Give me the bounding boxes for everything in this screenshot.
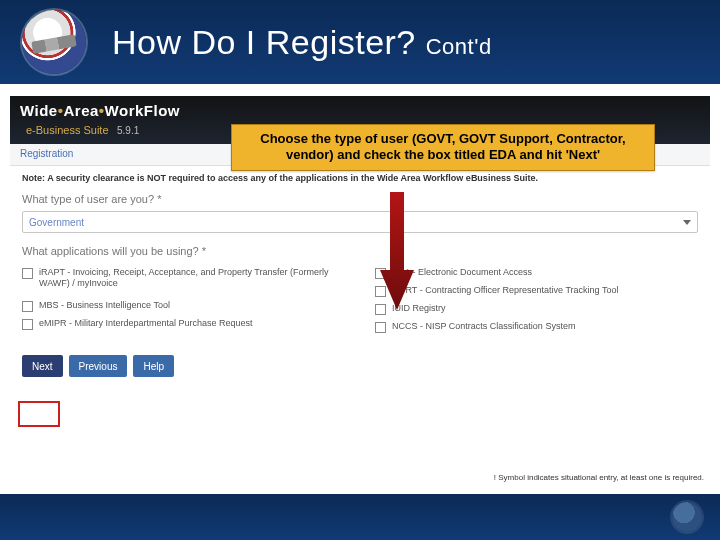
app-label: IUID Registry bbox=[392, 303, 446, 314]
user-type-label: What type of user are you? * bbox=[22, 193, 698, 205]
app-label: CORT - Contracting Officer Representativ… bbox=[392, 285, 618, 296]
checkbox-icon[interactable] bbox=[22, 268, 33, 279]
app-checkbox-emipr[interactable]: eMIPR - Military Interdepartmental Purch… bbox=[22, 318, 345, 330]
brand-suffix: WorkFlow bbox=[105, 102, 180, 119]
checkbox-icon[interactable] bbox=[375, 286, 386, 297]
app-label: eMIPR - Military Interdepartmental Purch… bbox=[39, 318, 253, 329]
app-subbrand: e-Business Suite bbox=[26, 124, 109, 136]
next-button[interactable]: Next bbox=[22, 355, 63, 377]
breadcrumb-text: Registration bbox=[20, 148, 73, 159]
checkbox-icon[interactable] bbox=[22, 301, 33, 312]
chevron-down-icon bbox=[683, 220, 691, 225]
app-version: 5.9.1 bbox=[117, 125, 139, 136]
app-checkbox-irapt[interactable]: iRAPT - Invoicing, Receipt, Acceptance, … bbox=[22, 267, 345, 290]
instruction-callout: Choose the type of user (GOVT, GOVT Supp… bbox=[231, 124, 655, 171]
app-label: iRAPT - Invoicing, Receipt, Acceptance, … bbox=[39, 267, 345, 290]
slide-header-band: How Do I Register? Cont'd bbox=[0, 0, 720, 84]
note-text: Note: A security clearance is NOT requir… bbox=[22, 173, 538, 183]
app-checkbox-iuid[interactable]: IUID Registry bbox=[375, 303, 698, 315]
button-bar: Next Previous Help bbox=[10, 345, 710, 377]
apps-col-right: EDA - Electronic Document Access CORT - … bbox=[375, 267, 698, 333]
help-button-label: Help bbox=[143, 361, 164, 372]
slide-title-sub: Cont'd bbox=[426, 34, 492, 59]
user-type-value: Government bbox=[29, 217, 84, 228]
user-type-section: What type of user are you? * Government bbox=[10, 187, 710, 239]
app-checkbox-cort[interactable]: CORT - Contracting Officer Representativ… bbox=[375, 285, 698, 297]
app-brand: Wide•Area•WorkFlow e-Business Suite 5.9.… bbox=[20, 102, 180, 138]
app-checkbox-mbs[interactable]: MBS - Business Intelligence Tool bbox=[22, 300, 345, 312]
footnote-text: ! Symbol indicates situational entry, at… bbox=[494, 473, 704, 482]
apps-col-left: iRAPT - Invoicing, Receipt, Acceptance, … bbox=[22, 267, 345, 333]
checkbox-icon[interactable] bbox=[375, 322, 386, 333]
app-label: MBS - Business Intelligence Tool bbox=[39, 300, 170, 311]
checkbox-icon[interactable] bbox=[375, 268, 386, 279]
previous-button[interactable]: Previous bbox=[69, 355, 128, 377]
brand-mid: Area bbox=[63, 102, 98, 119]
previous-button-label: Previous bbox=[79, 361, 118, 372]
app-label: EDA - Electronic Document Access bbox=[392, 267, 532, 278]
applications-label: What applications will you be using? * bbox=[22, 245, 698, 257]
help-button[interactable]: Help bbox=[133, 355, 174, 377]
footer-seal-icon bbox=[672, 502, 702, 532]
app-checkbox-nccs[interactable]: NCCS - NISP Contracts Classification Sys… bbox=[375, 321, 698, 333]
checkbox-icon[interactable] bbox=[22, 319, 33, 330]
app-label: NCCS - NISP Contracts Classification Sys… bbox=[392, 321, 575, 332]
callout-text: Choose the type of user (GOVT, GOVT Supp… bbox=[260, 131, 625, 162]
user-type-select[interactable]: Government bbox=[22, 211, 698, 233]
applications-grid: iRAPT - Invoicing, Receipt, Acceptance, … bbox=[22, 263, 698, 339]
brand-prefix: Wide bbox=[20, 102, 58, 119]
app-checkbox-eda[interactable]: EDA - Electronic Document Access bbox=[375, 267, 698, 279]
slide-title: How Do I Register? Cont'd bbox=[112, 23, 492, 62]
agency-seal-icon bbox=[22, 10, 86, 74]
slide-footer-band bbox=[0, 494, 720, 540]
footnote: ! Symbol indicates situational entry, at… bbox=[494, 473, 704, 482]
checkbox-icon[interactable] bbox=[375, 304, 386, 315]
next-button-label: Next bbox=[32, 361, 53, 372]
slide: How Do I Register? Cont'd Wide•Area•Work… bbox=[0, 0, 720, 540]
applications-section: What applications will you be using? * i… bbox=[10, 239, 710, 345]
slide-title-main: How Do I Register? bbox=[112, 23, 426, 61]
